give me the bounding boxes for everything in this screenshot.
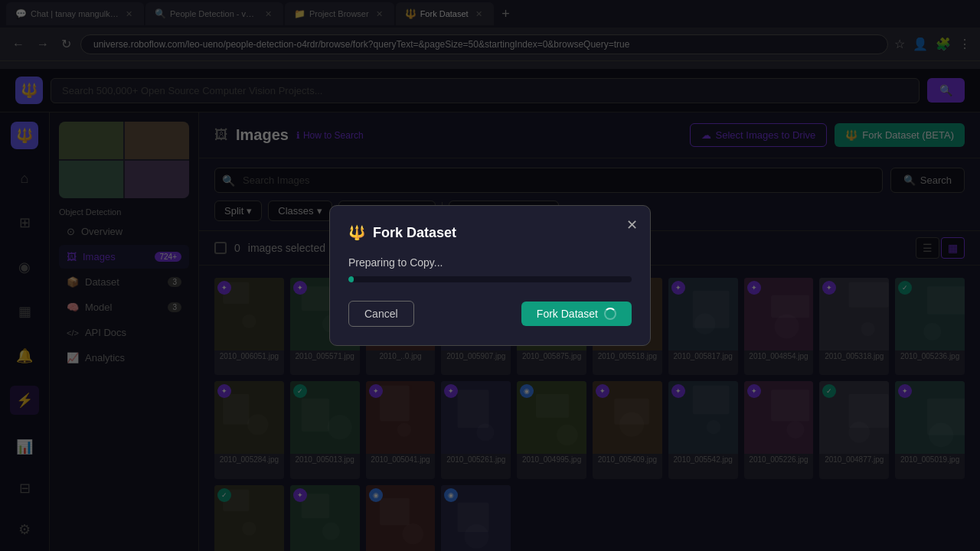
- modal-title-area: 🔱 Fork Dataset: [348, 224, 632, 241]
- progress-bar-fill: [348, 276, 354, 282]
- modal-title-text: Fork Dataset: [373, 225, 456, 241]
- modal-fork-icon: 🔱: [348, 224, 365, 241]
- modal-close-button[interactable]: ✕: [626, 217, 638, 233]
- modal-overlay: 🔱 Fork Dataset ✕ Preparing to Copy... Ca…: [0, 0, 980, 551]
- fork-confirm-label: Fork Dataset: [537, 308, 598, 320]
- loading-spinner: [604, 308, 616, 320]
- fork-confirm-button[interactable]: Fork Dataset: [521, 302, 632, 326]
- cancel-button[interactable]: Cancel: [348, 301, 414, 327]
- progress-bar-container: [348, 276, 632, 282]
- modal-actions: Cancel Fork Dataset: [348, 301, 632, 327]
- modal-status-text: Preparing to Copy...: [348, 256, 632, 269]
- fork-dataset-modal: 🔱 Fork Dataset ✕ Preparing to Copy... Ca…: [329, 205, 651, 346]
